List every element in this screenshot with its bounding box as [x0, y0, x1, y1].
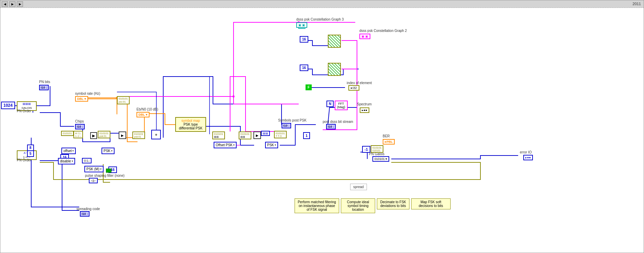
psk01-block-2[interactable]: 010101 psk:01: [132, 131, 145, 139]
ber-label: BER: [383, 134, 390, 138]
pulse-shaping-label: pulse shaping filter (none): [85, 174, 124, 177]
disable-dropdown[interactable]: disable ▾: [58, 158, 75, 164]
triangle-block-1[interactable]: ▶: [119, 131, 126, 139]
wire-layer: [0, 8, 644, 253]
ber-block[interactable]: ▸PBL: [383, 139, 395, 145]
symbols-post-psk-block[interactable]: I10 :: [282, 123, 291, 128]
post-dsss-label: post dsss bit stream: [323, 120, 353, 124]
index-block[interactable]: ▸I32: [348, 85, 359, 91]
triangle-block-2[interactable]: ▶: [253, 131, 261, 139]
spreading-code-block[interactable]: I10 :: [80, 211, 90, 217]
canvas: dsss psk Constellation Graph 3 ▣▣ dsss p…: [0, 8, 644, 253]
process-block-1[interactable]: ⊕: [151, 130, 161, 139]
small-block-1[interactable]: ⊙1↓: [82, 158, 92, 163]
note-4: Map FSK soft decisions to bits: [411, 198, 451, 209]
symbol-map-line1: symbol map: [178, 119, 203, 123]
num-1024: 1024: [1, 102, 15, 109]
post-cluster[interactable]: 010101 T T O: [274, 131, 287, 138]
psk-m-dropdown[interactable]: PSK (M) ▾: [84, 166, 104, 172]
svg-point-0: [232, 95, 235, 97]
toolbar: ◀ ▶ ▶ 2011: [0, 0, 644, 8]
num-1: 1: [303, 132, 310, 139]
graph3-label: dsss psk Constellation Graph 3: [296, 18, 344, 21]
pn-order-2-label: PN Order: [17, 158, 31, 162]
green-indicator: [106, 169, 111, 173]
psk01-mid-1[interactable]: 010101: [61, 131, 74, 136]
graph3-display-block[interactable]: [328, 35, 341, 48]
run-button[interactable]: ▶: [17, 1, 23, 7]
pn-galois-block[interactable]: 010101▾: [372, 156, 389, 162]
num-minus1: -1: [362, 146, 370, 153]
decode-block[interactable]: ▤▤: [261, 131, 270, 136]
psk01-mid-2[interactable]: A↑1↓ 1↓1↑↓: [73, 131, 83, 138]
main-container: ◀ ▶ ▶ 2011: [0, 0, 644, 253]
ebn0-label: Eb/N0 (10 dB): [136, 107, 158, 111]
offset-psk-dropdown[interactable]: Offset PSK ▾: [214, 142, 237, 148]
error-io-label: error IO: [520, 150, 532, 154]
num-5: 5: [27, 150, 34, 157]
fft-block[interactable]: FFT(Mag): [335, 101, 348, 110]
psk-out-dropdown[interactable]: PSK ▾: [265, 142, 278, 148]
psk01-indicator-1[interactable]: 010101psc:01: [117, 96, 130, 104]
chips-label: Chips: [75, 119, 84, 123]
note-1: Perform matched filtering on instantaneo…: [295, 198, 339, 213]
graph2-label: dsss psk Constellation Graph 2: [359, 29, 407, 33]
num16-top1: 16: [300, 36, 308, 43]
pn-bits-label: PN bits: [39, 80, 50, 84]
data-cluster-1[interactable]: 010101 ▤▤: [212, 131, 225, 139]
symbol-map-block[interactable]: symbol map PSK type differential PSK: [175, 117, 206, 132]
graph2-display-block[interactable]: [328, 63, 341, 76]
index-label: index of element: [347, 81, 372, 85]
spectrum-block[interactable]: ▸●●: [360, 107, 369, 113]
triangle-mid[interactable]: ▶: [90, 132, 97, 139]
symbol-rate-label: symbol rate (Hz): [75, 92, 100, 95]
symbols-post-psk-label: Symbols post PSK: [278, 118, 307, 122]
psk01-after-tri[interactable]: 010101 psk:01: [98, 131, 110, 138]
pn-galois-icon[interactable]: 010101 010101: [371, 145, 383, 153]
note-3: Decimate to FSK deviations to bits: [377, 198, 409, 209]
chips-block[interactable]: I10 :: [75, 124, 85, 129]
psk-left-dropdown[interactable]: PSK ▾: [102, 148, 115, 154]
year-label: 2011: [633, 2, 641, 6]
graph3-indicator[interactable]: ▣▣: [296, 22, 307, 28]
pn-bits-block[interactable]: I10 :: [39, 85, 49, 90]
spreading-code-label: spreading code: [76, 207, 100, 211]
error-io-block[interactable]: ▸●●: [523, 155, 533, 160]
note-2: Compute ideal symbol timing location: [341, 198, 375, 213]
num16-top2: 16: [300, 65, 308, 71]
data-cluster-2[interactable]: 010101 ▤▤: [239, 131, 251, 139]
spread-label: spread: [350, 184, 367, 190]
forward-button[interactable]: ▶: [9, 1, 15, 7]
pulse-shaping-block[interactable]: ◁▷: [89, 178, 98, 183]
spectrum-label: Spectrum: [357, 102, 372, 106]
n-block: N: [326, 101, 334, 107]
f-block: F: [306, 84, 312, 90]
offset-dropdown[interactable]: offset ▾: [61, 148, 76, 154]
symbol-map-line3: differential PSK: [178, 126, 203, 130]
symbol-rate-block[interactable]: DBL ▾: [75, 96, 88, 102]
post-dsss-block[interactable]: I10 :: [326, 124, 336, 129]
pn-order-1-label: PN Order: [17, 109, 31, 113]
symbol-map-line2: PSK type: [178, 123, 203, 126]
graph2-indicator[interactable]: ▣▣: [359, 34, 370, 39]
back-button[interactable]: ◀: [2, 1, 8, 7]
ebn0-block[interactable]: DBL ▾: [136, 112, 150, 117]
